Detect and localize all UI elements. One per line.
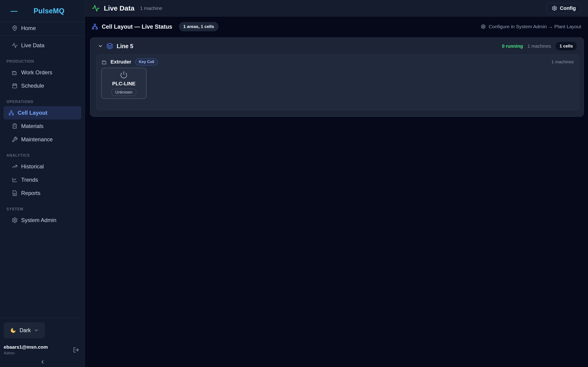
cells-count-badge: 1 cells (556, 42, 577, 50)
main-content: Live Data 1 machine Config Cell Layout —… (85, 0, 588, 367)
sidebar-item-label: Maintenance (21, 136, 52, 143)
user-info: ebaars1@msn.com Admin (4, 344, 48, 356)
sidebar-item-home[interactable]: Home (3, 23, 81, 34)
sidebar-section-analytics: ANALYTICS (0, 153, 85, 158)
sidebar-item-historical[interactable]: Historical (3, 160, 81, 173)
area-header: Extruder Key Cell 1 machines (96, 55, 579, 65)
sidebar-item-cell-layout[interactable]: Cell Layout (3, 106, 81, 119)
sidebar-item-maintenance[interactable]: Maintenance (3, 133, 81, 146)
machine-card-plc-line[interactable]: PLC-LINE Unknown (101, 68, 147, 99)
sidebar: — PulseMQ Home Live Data PRODUCTION Work… (0, 0, 85, 367)
user-role: Admin (4, 351, 48, 356)
config-button-label: Config (560, 5, 576, 11)
area-title-group: Extruder Key Cell (102, 58, 552, 65)
activity-icon (12, 42, 18, 48)
sidebar-item-label: Materials (21, 123, 43, 129)
power-icon (120, 71, 128, 79)
sidebar-item-live-data[interactable]: Live Data (3, 39, 81, 52)
chart-line-icon (12, 177, 18, 183)
factory-icon (102, 59, 107, 65)
user-email: ebaars1@msn.com (4, 344, 48, 350)
sidebar-item-label: Home (21, 25, 36, 31)
config-button[interactable]: Config (546, 3, 581, 14)
sidebar-item-label: Live Data (21, 42, 44, 49)
sidebar-item-label: Historical (21, 163, 44, 170)
page-title: Live Data (104, 4, 134, 12)
sidebar-item-label: Work Orders (21, 69, 52, 76)
logout-button[interactable] (73, 347, 79, 353)
trending-up-icon (12, 164, 18, 169)
gear-icon (12, 217, 18, 223)
logout-icon (73, 347, 79, 353)
key-cell-badge: Key Cell (135, 58, 157, 65)
sidebar-section-system: SYSTEM (0, 207, 85, 211)
sidebar-item-schedule[interactable]: Schedule (3, 79, 81, 92)
machine-row: PLC-LINE Unknown (96, 65, 579, 99)
moon-icon (10, 327, 16, 334)
sidebar-item-materials[interactable]: Materials (3, 119, 81, 133)
sidebar-collapse-chevron-button[interactable] (40, 359, 45, 365)
sidebar-item-work-orders[interactable]: Work Orders (3, 66, 81, 79)
gear-icon (552, 6, 557, 11)
chevron-down-icon (98, 44, 103, 49)
area-name: Extruder (111, 59, 131, 65)
user-info-row: ebaars1@msn.com Admin (4, 344, 79, 356)
sidebar-item-system-admin[interactable]: System Admin (3, 214, 81, 227)
line-header-toggle[interactable]: Line 5 (98, 43, 502, 50)
line-header: Line 5 0 running 1 machines 1 cells (90, 38, 584, 55)
configure-link-label: Configure in System Admin → Plant Layout (489, 24, 581, 29)
hierarchy-icon (91, 23, 98, 30)
layers-icon (106, 43, 113, 50)
sidebar-section-operations: OPERATIONS (0, 100, 85, 104)
machine-count-label: 1 machine (140, 6, 162, 11)
brand-logo: PulseMQ (34, 7, 65, 15)
line-name: Line 5 (117, 43, 133, 50)
sidebar-item-label: Schedule (21, 83, 44, 89)
chevron-left-icon (40, 359, 45, 365)
calendar-icon (12, 83, 18, 89)
line-panel: Line 5 0 running 1 machines 1 cells Extr… (90, 37, 584, 117)
sidebar-nav: Live Data PRODUCTION Work Orders Schedul… (0, 35, 85, 318)
chevron-down-icon (34, 328, 39, 333)
sidebar-home-section: Home (0, 22, 85, 35)
theme-selector-button[interactable]: Dark (4, 322, 45, 338)
machine-name: PLC-LINE (112, 81, 135, 87)
gear-icon (481, 24, 486, 29)
area-machines-count: 1 machines (552, 59, 574, 65)
sidebar-brand-row: — PulseMQ (0, 0, 85, 22)
file-text-icon (12, 190, 18, 196)
app-root: — PulseMQ Home Live Data PRODUCTION Work… (0, 0, 588, 367)
map-pin-icon (12, 25, 18, 31)
topbar-title-group: Live Data 1 machine (92, 4, 546, 12)
machine-status-badge: Unknown (111, 89, 136, 96)
sidebar-item-label: Cell Layout (18, 110, 47, 116)
areas-cells-badge: 1 areas, 1 cells (179, 22, 218, 31)
configure-plant-layout-link[interactable]: Configure in System Admin → Plant Layout (481, 24, 581, 29)
clipboard-icon (12, 123, 18, 129)
sidebar-item-reports[interactable]: Reports (3, 186, 81, 200)
hierarchy-icon (8, 110, 14, 116)
factory-icon (12, 69, 18, 75)
sidebar-item-label: Trends (21, 177, 38, 183)
live-activity-icon (92, 4, 100, 12)
subheader-title-group: Cell Layout — Live Status 1 areas, 1 cel… (91, 22, 481, 31)
sidebar-item-trends[interactable]: Trends (3, 173, 81, 186)
machines-count: 1 machines (527, 44, 551, 49)
wrench-icon (12, 136, 18, 142)
sidebar-item-label: System Admin (21, 217, 56, 223)
topbar: Live Data 1 machine Config (85, 0, 588, 17)
sidebar-item-label: Reports (21, 190, 40, 196)
theme-label: Dark (19, 327, 31, 334)
sidebar-collapse-button[interactable]: — (9, 7, 19, 15)
subheader-title: Cell Layout — Live Status (102, 23, 172, 30)
line-stats: 0 running 1 machines 1 cells (502, 42, 577, 50)
running-count: 0 running (502, 44, 523, 49)
area-panel-extruder: Extruder Key Cell 1 machines PLC-LINE Un… (96, 55, 579, 110)
cell-layout-subheader: Cell Layout — Live Status 1 areas, 1 cel… (85, 17, 588, 37)
sidebar-footer: Dark ebaars1@msn.com Admin (0, 318, 85, 367)
sidebar-section-production: PRODUCTION (0, 59, 85, 64)
